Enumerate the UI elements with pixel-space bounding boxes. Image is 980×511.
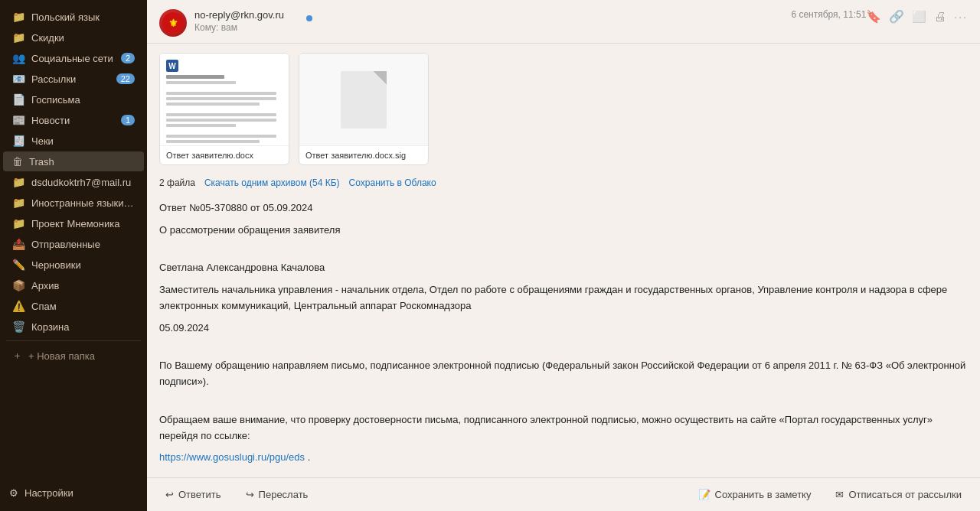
email-body: Ответ №05-370880 от 05.09.2024 О рассмот… — [147, 194, 980, 477]
sidebar-divider — [6, 340, 141, 341]
sidebar-label-spam: Спам — [31, 301, 135, 312]
sidebar-item-proekt[interactable]: 📁Проект Мнемоника — [3, 213, 144, 233]
forward-label: Переслать — [259, 489, 309, 500]
sidebar-icon-dsdud: 📁 — [12, 176, 25, 188]
settings-item[interactable]: ⚙ Настройки — [0, 481, 147, 505]
body-name: Светлана Александровна Качалова — [159, 260, 968, 276]
sidebar-icon-polski: 📁 — [12, 11, 25, 23]
sidebar-item-chernoviki[interactable]: ✏️Черновики — [3, 255, 144, 275]
sidebar-icon-skidki: 📁 — [12, 31, 25, 44]
body-date: 05.09.2024 — [159, 321, 968, 337]
attachment-docx[interactable]: W — [159, 53, 289, 165]
sidebar-icon-otpravlennye: 📤 — [12, 238, 25, 250]
sidebar-label-gospis: Госписьма — [31, 94, 135, 106]
save-note-label: Сохранить в заметку — [715, 489, 812, 500]
files-count: 2 файла — [159, 177, 195, 188]
note-icon: 📝 — [698, 489, 710, 500]
attachment-docx-name: Ответ заявителю.docx — [160, 145, 289, 164]
sidebar-item-polski[interactable]: 📁Польский язык — [3, 7, 144, 27]
sidebar-label-social: Социальные сети — [31, 53, 115, 64]
sidebar-icon-news: 📰 — [12, 114, 25, 126]
print-icon[interactable]: 🖨 — [934, 10, 946, 24]
sidebar-item-gospis[interactable]: 📄Госписьма — [3, 90, 144, 109]
save-to-cloud-link[interactable]: Сохранить в Облако — [349, 177, 436, 188]
sidebar-badge-social: 2 — [121, 53, 135, 63]
sidebar-item-rassylki[interactable]: 📧Рассылки22 — [3, 69, 144, 89]
body-subject: Ответ №05-370880 от 05.09.2024 — [159, 200, 968, 216]
sidebar-item-social[interactable]: 👥Социальные сети2 — [3, 48, 144, 68]
sidebar-item-cheki[interactable]: 🧾Чеки — [3, 131, 144, 151]
plus-icon: ＋ — [12, 349, 22, 363]
sidebar-label-otpravlennye: Отправленные — [31, 239, 135, 250]
settings-label: Настройки — [24, 487, 74, 499]
sidebar-badge-news: 1 — [121, 115, 135, 125]
main-content: ⚜ no-reply@rkn.gov.ru Кому: вам 6 сентяб… — [147, 0, 980, 511]
generic-file-icon — [341, 71, 387, 129]
body-link-container: https://www.gosuslugi.ru/pgu/eds . — [159, 450, 968, 466]
more-icon[interactable]: ··· — [954, 11, 968, 23]
sender-avatar: ⚜ — [159, 9, 187, 37]
sidebar-item-news[interactable]: 📰Новости1 — [3, 110, 144, 130]
new-folder-label: + Новая папка — [28, 350, 95, 362]
attachment-meta: 2 файла Скачать одним архивом (54 КБ) Со… — [147, 174, 980, 194]
sidebar-label-dsdud: dsdudkoktrh7@mail.ru — [31, 177, 135, 188]
email-time: 6 сентября, 11:51 — [791, 9, 866, 20]
word-icon: W — [166, 60, 178, 72]
reply-icon: ↩ — [165, 489, 174, 500]
save-note-button[interactable]: 📝 Сохранить в заметку — [692, 486, 818, 503]
sidebar-item-skidki[interactable]: 📁Скидки — [3, 28, 144, 47]
sidebar-icon-proekt: 📁 — [12, 217, 25, 229]
sidebar-icon-arhiv: 📦 — [12, 279, 25, 291]
sidebar-label-proekt: Проект Мнемоника — [31, 218, 135, 229]
attachment-sig-name: Ответ заявителю.docx.sig — [299, 145, 428, 164]
email-to: Кому: вам — [194, 22, 791, 33]
sidebar-label-skidki: Скидки — [31, 32, 135, 44]
attachment-sig[interactable]: Ответ заявителю.docx.sig — [299, 53, 429, 165]
sidebar-item-dsdud[interactable]: 📁dsdudkoktrh7@mail.ru — [3, 172, 144, 192]
sidebar-label-polski: Польский язык — [31, 11, 135, 23]
sidebar-label-arhiv: Архив — [31, 280, 135, 291]
bookmark-icon[interactable]: 🔖 — [866, 9, 881, 24]
sidebar-icon-gospis: 📄 — [12, 93, 25, 106]
sidebar-item-trash[interactable]: 🗑Trash — [3, 151, 144, 171]
sidebar-icon-chernoviki: ✏️ — [12, 259, 25, 271]
sidebar-item-otpravlennye[interactable]: 📤Отправленные — [3, 234, 144, 254]
body-para2: Обращаем ваше внимание, что проверку дос… — [159, 412, 968, 444]
reply-label: Ответить — [178, 489, 221, 500]
sidebar-icon-spam: ⚠️ — [12, 300, 25, 312]
unsubscribe-button[interactable]: ✉ Отписаться от рассылки — [829, 486, 968, 503]
sidebar-item-spam[interactable]: ⚠️Спам — [3, 296, 144, 316]
sidebar-label-cheki: Чеки — [31, 135, 135, 147]
sidebar-item-inostrannie[interactable]: 📁Иностранные языки изуче... — [3, 193, 144, 213]
reply-button[interactable]: ↩ Ответить — [159, 486, 227, 503]
sidebar-icon-cheki: 🧾 — [12, 135, 25, 147]
sidebar-icon-korzina: 🗑️ — [12, 321, 25, 333]
sidebar-label-news: Новости — [31, 115, 115, 126]
sidebar-icon-rassylki: 📧 — [12, 73, 25, 85]
email-toolbar: 🔖 🔗 ⬜ 🖨 ··· — [866, 9, 968, 24]
email-footer: ↩ Ответить ↪ Переслать 📝 Сохранить в зам… — [147, 477, 980, 511]
sidebar-label-chernoviki: Черновики — [31, 259, 135, 271]
forward-button[interactable]: ↪ Переслать — [240, 486, 315, 503]
gosuslugi-link[interactable]: https://www.gosuslugi.ru/pgu/eds — [159, 451, 305, 463]
sidebar-icon-social: 👥 — [12, 52, 25, 64]
download-archive-link[interactable]: Скачать одним архивом (54 КБ) — [204, 177, 340, 188]
forward-icon: ↪ — [246, 489, 254, 500]
email-header: ⚜ no-reply@rkn.gov.ru Кому: вам 6 сентяб… — [147, 0, 980, 44]
download-size: (54 КБ) — [309, 177, 340, 188]
link-icon[interactable]: 🔗 — [889, 9, 904, 24]
body-about: О рассмотрении обращения заявителя — [159, 223, 968, 239]
attachment-sig-preview — [299, 54, 428, 145]
sidebar-icon-trash: 🗑 — [12, 155, 23, 168]
sidebar-item-korzina[interactable]: 🗑️Корзина — [3, 317, 144, 337]
sidebar-item-arhiv[interactable]: 📦Архив — [3, 275, 144, 295]
footer-left-actions: ↩ Ответить ↪ Переслать — [159, 486, 314, 503]
sidebar-label-korzina: Корзина — [31, 321, 135, 333]
docx-content-lines — [166, 75, 283, 143]
new-folder-button[interactable]: ＋ + Новая папка — [3, 345, 144, 366]
settings-icon: ⚙ — [9, 487, 18, 499]
archive-email-icon[interactable]: ⬜ — [912, 10, 926, 24]
sidebar-label-trash: Trash — [29, 156, 135, 168]
sidebar-label-rassylki: Рассылки — [31, 73, 110, 85]
sender-info: no-reply@rkn.gov.ru Кому: вам — [194, 9, 791, 33]
